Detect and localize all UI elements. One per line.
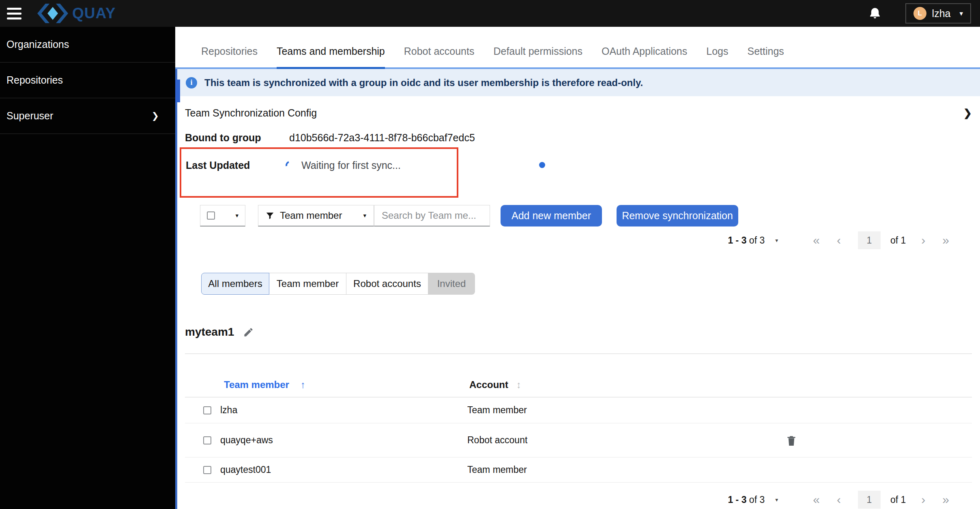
filter-funnel-icon — [266, 211, 274, 220]
prev-page-button[interactable]: ‹ — [837, 234, 841, 246]
quay-logo-icon — [37, 4, 68, 23]
add-new-member-button[interactable]: Add new member — [501, 205, 602, 226]
sort-both-icon[interactable]: ↕ — [516, 379, 521, 390]
pagination-range-rest: of 3 — [749, 235, 765, 246]
quay-logo[interactable]: QUAY — [37, 4, 116, 23]
table-row: quaytest001 Team member — [185, 457, 972, 483]
search-box — [374, 205, 490, 226]
user-name: lzha — [932, 8, 951, 19]
row-checkbox[interactable] — [203, 406, 211, 414]
sidebar-item-organizations[interactable]: Organizations — [0, 27, 175, 63]
member-name-cell: lzha — [220, 405, 467, 416]
sidebar-item-label: Organizations — [6, 39, 69, 50]
table-row: quayqe+aws Robot account — [185, 423, 972, 457]
brand-name: QUAY — [72, 5, 116, 22]
masthead: QUAY L lzha ▾ — [0, 0, 980, 27]
tab-robot-accounts[interactable]: Robot accounts — [404, 45, 475, 69]
current-page-input[interactable]: 1 — [858, 491, 881, 509]
tab-repositories[interactable]: Repositories — [201, 45, 258, 69]
delete-trash-icon[interactable] — [785, 434, 797, 447]
account-type-cell: Robot account — [467, 435, 527, 446]
account-type-cell: Team member — [467, 464, 527, 475]
bulk-select-dropdown[interactable]: ▾ — [200, 205, 245, 226]
last-page-button[interactable]: » — [942, 494, 949, 506]
members-toolbar: ▾ Team member ▾ Add new member Remove sy… — [200, 205, 972, 226]
first-page-button[interactable]: « — [813, 494, 820, 506]
prev-page-button[interactable]: ‹ — [837, 494, 841, 506]
pagination-range[interactable]: 1 - 3 of 3 — [728, 494, 765, 505]
last-page-button[interactable]: » — [942, 234, 949, 246]
column-header-team-member[interactable]: Team member ↑ — [224, 379, 469, 390]
members-table-header: Team member ↑ Account ↕ — [185, 354, 972, 397]
user-menu[interactable]: L lzha ▾ — [905, 3, 971, 24]
filter-type-label: Team member — [280, 210, 342, 221]
tab-logs[interactable]: Logs — [706, 45, 728, 69]
row-checkbox[interactable] — [203, 436, 211, 444]
pagination-range-strong: 1 - 3 — [728, 235, 746, 246]
sidebar-item-label: Repositories — [6, 74, 63, 86]
table-row: lzha Team member — [185, 397, 972, 423]
pagination-range-strong: 1 - 3 — [728, 494, 746, 505]
column-header-account[interactable]: Account ↕ — [469, 379, 521, 390]
sync-readonly-alert: i This team is synchronized with a group… — [175, 69, 980, 96]
member-name-cell: quayqe+aws — [220, 435, 467, 446]
tab-oauth-applications[interactable]: OAuth Applications — [602, 45, 687, 69]
tab-default-permissions[interactable]: Default permissions — [493, 45, 582, 69]
tab-settings[interactable]: Settings — [747, 45, 784, 69]
first-page-button[interactable]: « — [813, 234, 820, 246]
pagination-range-rest: of 3 — [749, 494, 765, 505]
quay-app: QUAY L lzha ▾ Organizations Repositories… — [0, 0, 980, 509]
member-view-toggle-group: All members Team member Robot accounts I… — [201, 273, 972, 295]
notifications-bell-icon[interactable] — [868, 6, 882, 20]
column-label: Account — [469, 379, 508, 390]
toggle-robot-accounts[interactable]: Robot accounts — [346, 273, 428, 295]
info-icon: i — [186, 77, 197, 88]
chevron-right-icon: ❯ — [152, 111, 159, 121]
member-name-cell: quaytest001 — [220, 464, 467, 475]
next-page-button[interactable]: › — [921, 494, 925, 506]
bound-to-group-label: Bound to group — [185, 132, 289, 144]
pagination-menu-caret-icon[interactable]: ▾ — [775, 496, 778, 503]
sidebar-item-superuser[interactable]: Superuser ❯ — [0, 98, 175, 134]
pagination-range[interactable]: 1 - 3 of 3 — [728, 235, 765, 246]
content-area: Repositories Teams and membership Robot … — [175, 27, 980, 509]
expand-chevron-icon[interactable]: ❯ — [963, 107, 972, 119]
account-type-cell: Team member — [467, 405, 527, 416]
edit-pencil-icon[interactable] — [243, 327, 254, 338]
toggle-team-member[interactable]: Team member — [269, 273, 346, 295]
chevron-down-icon: ▾ — [235, 212, 239, 219]
sync-config-title: Team Synchronization Config — [185, 107, 317, 119]
avatar: L — [913, 7, 926, 20]
toggle-all-members[interactable]: All members — [201, 273, 269, 295]
team-name-heading: myteam1 — [185, 326, 234, 339]
last-updated-value: Waiting for first sync... — [301, 160, 401, 171]
column-label: Team member — [224, 379, 289, 390]
chevron-down-icon: ▾ — [959, 9, 963, 18]
toggle-invited[interactable]: Invited — [428, 273, 475, 295]
scrollbar-thumb[interactable] — [175, 80, 180, 102]
sidebar-item-label: Superuser — [6, 110, 53, 122]
row-checkbox[interactable] — [203, 466, 211, 474]
bound-to-group-value: d10b566d-72a3-4111-8f78-b66cbaf7edc5 — [289, 132, 475, 144]
filter-type-dropdown[interactable]: Team member ▾ — [258, 205, 374, 226]
search-input[interactable] — [374, 210, 490, 221]
sidebar-item-repositories[interactable]: Repositories — [0, 63, 175, 98]
current-page-input[interactable]: 1 — [858, 231, 881, 249]
pagination-menu-caret-icon[interactable]: ▾ — [775, 237, 778, 244]
tab-teams-and-membership[interactable]: Teams and membership — [277, 45, 385, 69]
total-pages-label: of 1 — [890, 235, 906, 246]
next-page-button[interactable]: › — [921, 234, 925, 246]
annotation-red-box: Last Updated Waiting for first sync... — [180, 147, 458, 198]
menu-toggle-icon[interactable] — [0, 0, 28, 27]
sort-ascending-icon[interactable]: ↑ — [301, 379, 305, 390]
spinner-icon — [284, 160, 295, 170]
pagination-top: 1 - 3 of 3 ▾ « ‹ 1 of 1 › » — [185, 231, 972, 249]
bulk-select-checkbox[interactable] — [207, 211, 215, 220]
remove-synchronization-button[interactable]: Remove synchronization — [617, 205, 738, 226]
pagination-bottom: 1 - 3 of 3 ▾ « ‹ 1 of 1 › » — [185, 491, 972, 509]
last-updated-label: Last Updated — [186, 160, 286, 171]
alert-message: This team is synchronized with a group i… — [204, 77, 643, 88]
click-indicator-dot — [539, 162, 545, 168]
chevron-down-icon: ▾ — [363, 212, 366, 219]
org-tabs: Repositories Teams and membership Robot … — [175, 27, 980, 69]
